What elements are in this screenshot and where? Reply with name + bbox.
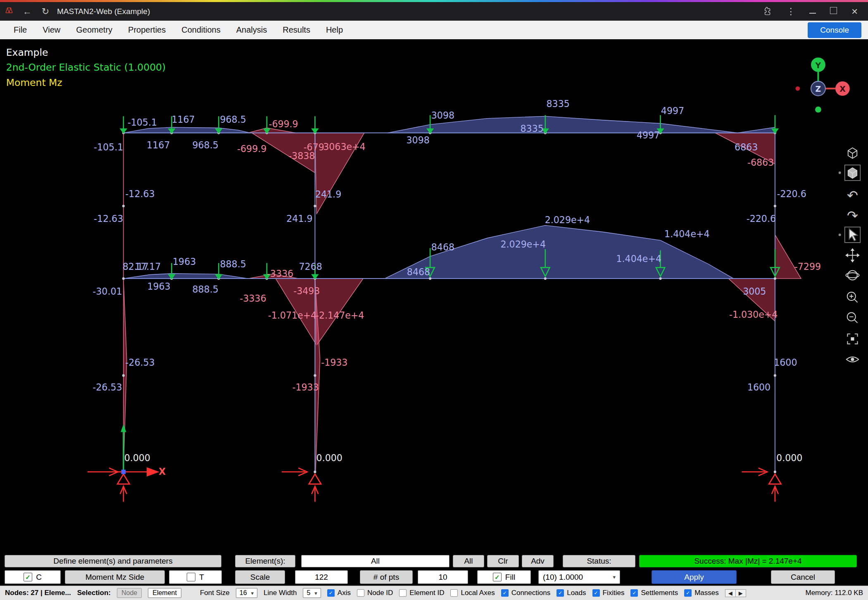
compression-side-cell[interactable]: ✓ C [5,570,61,584]
line-width-select[interactable]: 5 ▾ [303,588,321,598]
toggle-label: Fixities [603,589,625,597]
toggle-loads[interactable]: ✓Loads [556,589,586,597]
triad-dot-green [815,107,821,113]
fill-cell[interactable]: ✓ Fill [477,570,531,584]
back-icon[interactable]: ← [18,6,36,17]
moment-label: -3336 [267,268,293,279]
selection-label: Selection: [77,589,111,597]
tension-side-cell[interactable]: T [169,570,222,584]
line-width-label: Line Width [264,589,297,597]
moment-label: -30.01 [93,286,122,297]
toggle-axis[interactable]: ✓Axis [327,589,351,597]
toggle-connections[interactable]: ✓Connections [501,589,551,597]
moment-label: 1600 [774,357,797,368]
scale-input[interactable] [295,570,347,584]
increment-value: (10) 1.0000 [543,573,583,582]
moment-label: 888.5 [192,284,218,295]
solid-view-icon[interactable] [845,165,861,181]
toggle-fixities[interactable]: ✓Fixities [592,589,625,597]
minimize-button[interactable] [809,8,816,15]
apply-button[interactable]: Apply [652,570,737,584]
moment-label: -12.63 [94,213,123,224]
wireframe-view-icon[interactable] [848,148,857,158]
visibility-eye-icon[interactable] [847,357,858,362]
toggle-local-axes[interactable]: Local Axes [450,589,495,597]
checkbox[interactable] [399,589,407,597]
toggle-label: Node ID [367,589,393,597]
status-label: Status: [563,555,635,567]
increment-dropdown[interactable]: (10) 1.0000 ▾ [538,570,620,584]
num-points-label: # of pts [360,570,413,584]
triad-x-label: X [839,85,846,93]
select-cursor-icon[interactable] [845,227,861,243]
define-elements-button[interactable]: Define element(s) and parameters [5,555,221,567]
menu-file[interactable]: File [6,25,35,35]
font-size-select[interactable]: 16 ▾ [236,588,257,598]
cancel-button[interactable]: Cancel [771,570,835,584]
checkbox[interactable]: ✓ [684,589,692,597]
app-logo-icon [0,6,18,17]
orbit-rotate-icon[interactable] [846,271,859,280]
redo-icon[interactable]: ↷ [847,208,858,224]
menu-properties[interactable]: Properties [120,25,174,35]
checkbox[interactable] [357,589,364,597]
moment-side-button[interactable]: Moment Mz Side [65,570,165,584]
selection-node-button[interactable]: Node [117,588,142,598]
menu-view[interactable]: View [35,25,68,35]
frame-members [124,133,775,472]
checkbox[interactable]: ✓ [501,589,509,597]
close-button[interactable]: ✕ [851,7,858,17]
menu-analysis[interactable]: Analysis [228,25,275,35]
moment-label: -26.53 [125,357,155,368]
checkbox[interactable]: ✓ [630,589,638,597]
toggle-masses[interactable]: ✓Masses [684,589,719,597]
triad-z-label: Z [816,85,821,93]
maximize-button[interactable] [830,7,837,16]
toggle-label: Local Axes [461,589,495,597]
moment-label: -2.147e+4 [316,310,364,321]
pager-left-icon[interactable]: ◀ [725,590,735,597]
origin-axes [121,424,126,474]
select-all-button[interactable]: All [453,555,484,567]
pan-move-icon[interactable] [845,248,860,262]
pager-right-icon[interactable]: ▶ [735,590,746,597]
fill-checkbox[interactable]: ✓ [493,573,502,581]
view-toolbar: ↶ ↷ [839,148,861,362]
zoom-fit-icon[interactable] [847,334,857,344]
moment-label: -699.9 [237,143,266,154]
checkbox[interactable]: ✓ [327,589,335,597]
zoom-in-icon[interactable] [847,292,858,302]
toggle-label: Element ID [409,589,444,597]
model-viewport[interactable]: Example 2nd-Order Elastic Static (1.0000… [0,39,868,553]
moment-label: -3336 [240,293,266,304]
clear-button[interactable]: Clr [487,555,519,567]
axis-x-label: X [159,466,166,477]
menu-results[interactable]: Results [275,25,318,35]
menu-conditions[interactable]: Conditions [174,25,228,35]
checkbox[interactable]: ✓ [592,589,600,597]
checkbox[interactable]: ✓ [556,589,564,597]
reload-icon[interactable]: ↻ [36,6,55,17]
menu-help[interactable]: Help [318,25,351,35]
menu-kebab-icon[interactable]: ⋮ [786,6,795,17]
elements-label: Element(s): [235,555,295,567]
moment-label: 4997 [661,105,684,116]
font-size-value: 16 [240,589,247,597]
toggle-settlements[interactable]: ✓Settlements [630,589,678,597]
elements-input[interactable] [302,555,449,567]
advanced-button[interactable]: Adv [522,555,554,567]
console-button[interactable]: Console [808,22,861,38]
orientation-triad[interactable]: Y Z X [795,57,849,112]
zoom-out-icon[interactable] [847,313,858,323]
undo-icon[interactable]: ↶ [847,188,858,203]
toggle-element-id[interactable]: Element ID [399,589,444,597]
moment-label: -105.1 [94,142,123,152]
extensions-icon[interactable] [763,6,772,17]
compression-checkbox[interactable]: ✓ [24,573,32,581]
selection-element-button[interactable]: Element [148,588,181,598]
toggle-node-id[interactable]: Node ID [357,589,393,597]
tension-checkbox[interactable] [187,573,195,581]
num-points-input[interactable] [418,570,468,584]
menu-geometry[interactable]: Geometry [68,25,120,35]
checkbox[interactable] [450,589,458,597]
